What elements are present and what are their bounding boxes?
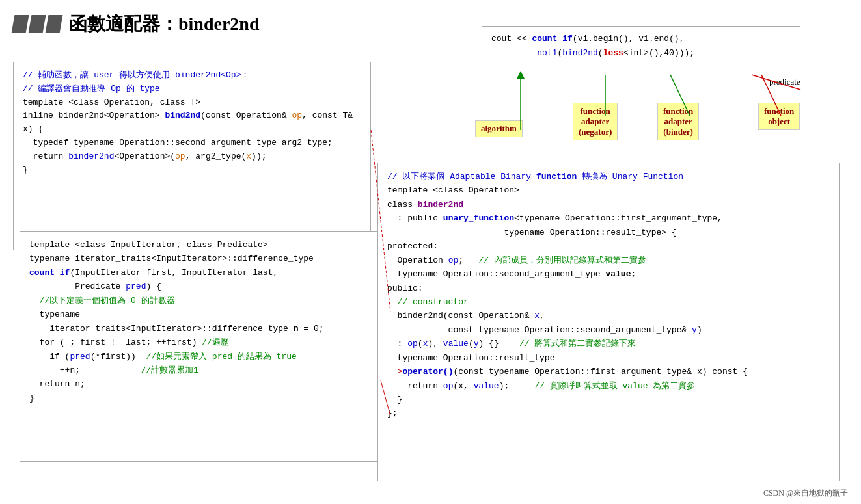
footer: CSDN @來自地獄的瓶子: [763, 488, 848, 499]
comment-line-2: // 編譯器會自動推導 Op 的 type: [23, 83, 361, 96]
fadapter-neg-label: function adapter (negator): [573, 103, 618, 140]
r-line4: typename Operation::result_type> {: [387, 226, 830, 239]
code-inline: inline binder2nd<Operation> bind2nd(cons…: [23, 109, 361, 137]
r-line17: };: [387, 406, 830, 420]
bl-line11: return n;: [29, 377, 371, 391]
r-line15: return op(x, value); // 實際呼叫算式並取 value 為…: [387, 379, 830, 393]
cout-line2: not1(bind2nd(less<int>(),40)));: [491, 46, 791, 60]
bl-line1: template <class InputIterator, class Pre…: [29, 238, 371, 252]
cout-box: cout << count_if(vi.begin(), vi.end(), n…: [482, 26, 800, 66]
code-typedef: typedef typename Operation::second_argum…: [23, 137, 361, 150]
r-line5: protected:: [387, 239, 830, 253]
r-line7: typename Operation::second_argument_type…: [387, 267, 830, 281]
bl-line3: count_if(InputIterator first, InputItera…: [29, 266, 371, 280]
predicate-label: predicate: [769, 77, 800, 87]
comment-line-1: // 輔助函數，讓 user 得以方便使用 binder2nd<Op>：: [23, 69, 361, 83]
cout-line1: cout << count_if(vi.begin(), vi.end(),: [491, 32, 791, 46]
r-line6: Operation op; // 內部成員，分別用以記錄算式和第二實參: [387, 254, 830, 267]
r-line1: template <class Operation>: [387, 183, 830, 197]
page-title: 函數適配器：binder2nd: [69, 12, 260, 36]
fadapter-binder-label: function adapter (binder): [657, 103, 699, 140]
bl-line4: Predicate pred) {: [29, 280, 371, 293]
bl-line6: typename: [29, 308, 371, 321]
r-line16: }: [387, 393, 830, 406]
bl-line12: }: [29, 391, 371, 405]
bl-line2: typename iterator_traits<InputIterator>:…: [29, 252, 371, 265]
algorithm-label: algorithm: [475, 120, 523, 137]
code-template: template <class Operation, class T>: [23, 96, 361, 110]
bl-line8: for ( ; first != last; ++first) //遍歷: [29, 336, 371, 349]
bottomleft-code-box: template <class InputIterator, class Pre…: [20, 231, 381, 462]
bl-line5: //以下定義一個初值為 0 的計數器: [29, 294, 371, 308]
code-brace: }: [23, 164, 361, 178]
r-line11: const typename Operation::second_argumen…: [387, 323, 830, 337]
r-line8: public:: [387, 282, 830, 295]
bl-line9: if (pred(*first)) //如果元素帶入 pred 的結果為 tru…: [29, 350, 371, 364]
r-line3: : public unary_function<typename Operati…: [387, 211, 830, 225]
stripe-2: [29, 15, 46, 33]
topleft-code-box: // 輔助函數，讓 user 得以方便使用 binder2nd<Op>： // …: [13, 62, 371, 250]
r-line2: class binder2nd: [387, 198, 830, 211]
right-code-box: // 以下將某個 Adaptable Binary function 轉換為 U…: [377, 163, 840, 481]
stripe-3: [46, 15, 63, 33]
title-area: 函數適配器：binder2nd: [13, 12, 260, 36]
stripe-1: [12, 15, 29, 33]
bl-line7: iterator_traits<InputIterator>::differen…: [29, 322, 371, 336]
r-line13: typename Operation::result_type: [387, 351, 830, 365]
code-return: return binder2nd<Operation>(op, arg2_typ…: [23, 150, 361, 164]
r-line9: // constructor: [387, 295, 830, 309]
r-line12: : op(x), value(y) {} // 將算式和第二實參記錄下來: [387, 337, 830, 351]
fobject-label: function object: [758, 103, 800, 130]
r-comment: // 以下將某個 Adaptable Binary function 轉換為 U…: [387, 170, 830, 183]
r-line14: >operator()(const typename Operation::fi…: [387, 365, 830, 378]
title-stripes: [13, 15, 61, 33]
bl-line10: ++n; //計數器累加1: [29, 364, 371, 377]
r-line10: binder2nd(const Operation& x,: [387, 309, 830, 323]
